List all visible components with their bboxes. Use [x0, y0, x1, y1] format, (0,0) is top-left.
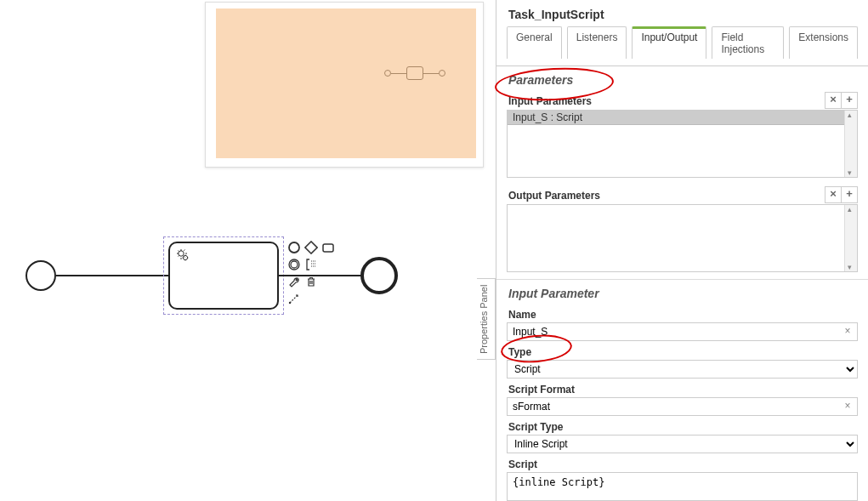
properties-panel-toggle[interactable]: Properties Panel [477, 278, 496, 360]
clear-name-button[interactable]: × [842, 325, 854, 337]
append-task-icon[interactable] [321, 240, 336, 255]
append-intermediate-event-icon[interactable] [286, 257, 302, 272]
type-label: Type [496, 341, 868, 360]
context-pad [286, 240, 346, 308]
svg-point-6 [291, 261, 298, 268]
type-select[interactable]: Script [507, 360, 858, 379]
remove-output-param-button[interactable]: × [825, 186, 842, 203]
svg-point-2 [289, 242, 299, 253]
list-item[interactable]: Input_S : Script [508, 111, 857, 125]
input-parameters-text: Input Parameters [508, 95, 592, 107]
trash-icon[interactable] [304, 274, 319, 289]
svg-rect-3 [305, 242, 317, 253]
tab-extensions[interactable]: Extensions [789, 26, 858, 59]
properties-panel: Task_InputScript General Listeners Input… [496, 0, 868, 501]
bpmn-diagram[interactable] [26, 236, 400, 322]
name-input[interactable] [507, 322, 858, 341]
tab-input-output[interactable]: Input/Output [632, 26, 706, 59]
input-parameters-list[interactable]: Input_S : Script [507, 110, 858, 178]
append-gateway-icon[interactable] [304, 240, 319, 255]
script-type-select[interactable]: Inline Script [507, 435, 858, 453]
parameters-section-title: Parameters [496, 66, 868, 90]
tab-listeners[interactable]: Listeners [567, 26, 627, 59]
remove-input-param-button[interactable]: × [825, 92, 842, 109]
mini-end-event-icon [439, 70, 445, 77]
clear-script-format-button[interactable]: × [842, 400, 854, 412]
input-parameters-label: Input Parameters × + [496, 90, 868, 110]
add-input-param-button[interactable]: + [841, 92, 858, 109]
gear-icon [175, 248, 190, 265]
input-parameter-section-title: Input Parameter [496, 280, 868, 304]
preview-viewport [216, 9, 476, 158]
svg-point-7 [289, 302, 291, 304]
scrollbar[interactable] [844, 111, 857, 177]
output-parameters-label: Output Parameters × + [496, 185, 868, 204]
svg-rect-4 [323, 244, 333, 252]
name-label: Name [496, 304, 868, 322]
tab-general[interactable]: General [507, 26, 562, 59]
script-label: Script [496, 453, 868, 472]
diagram-canvas[interactable] [0, 0, 496, 501]
diagram-preview [205, 2, 484, 168]
output-parameters-text: Output Parameters [508, 190, 600, 202]
script-type-label: Script Type [496, 416, 868, 435]
output-parameters-list[interactable] [507, 204, 858, 272]
mini-task-icon [406, 66, 423, 80]
wrench-icon[interactable] [286, 274, 302, 289]
element-title: Task_InputScript [496, 0, 868, 26]
tab-field-injections[interactable]: Field Injections [712, 26, 784, 59]
mini-process [384, 66, 445, 80]
service-task[interactable] [168, 242, 279, 310]
start-event[interactable] [26, 260, 56, 291]
end-event[interactable] [360, 257, 398, 294]
tab-bar: General Listeners Input/Output Field Inj… [496, 26, 868, 66]
connect-icon[interactable] [286, 291, 302, 306]
mini-start-event-icon [384, 70, 391, 77]
annotation-icon[interactable] [304, 257, 319, 272]
script-format-input[interactable] [507, 397, 858, 416]
script-format-label: Script Format [496, 379, 868, 397]
script-textarea[interactable] [507, 472, 858, 501]
scrollbar[interactable] [844, 205, 857, 271]
add-output-param-button[interactable]: + [841, 186, 858, 203]
svg-point-0 [179, 251, 184, 256]
append-event-icon[interactable] [286, 240, 302, 255]
svg-point-1 [183, 255, 187, 259]
